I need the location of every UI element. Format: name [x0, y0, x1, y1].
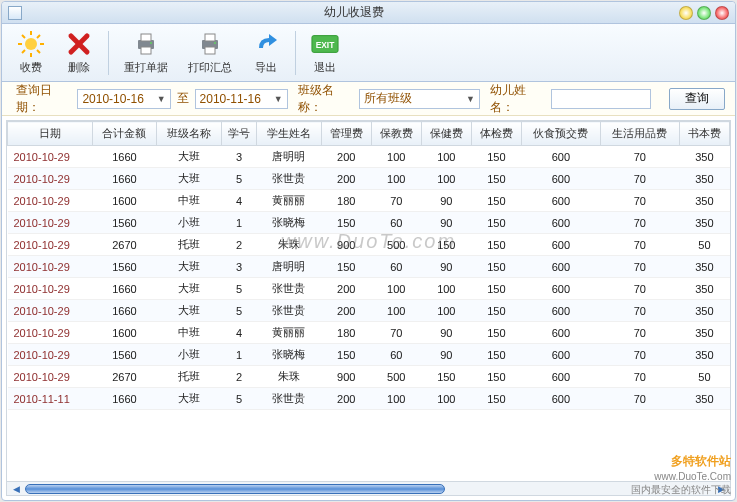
table-row[interactable]: 2010-10-291560小班1张晓梅150609015060070350	[8, 344, 730, 366]
watermark-url: www.DuoTe.Com	[631, 470, 731, 483]
date-to-word: 至	[177, 90, 189, 107]
table-cell: 200	[321, 146, 371, 168]
table-row[interactable]: 2010-10-291660大班5张世贵20010010015060070350	[8, 300, 730, 322]
printsum-button[interactable]: 打印汇总	[179, 27, 241, 78]
column-header[interactable]: 学号	[221, 122, 257, 146]
table-cell: 托班	[157, 234, 222, 256]
fee-button[interactable]: 收费	[8, 27, 54, 78]
table-row[interactable]: 2010-10-291660大班3唐明明20010010015060070350	[8, 146, 730, 168]
table-cell: 70	[600, 190, 679, 212]
table-cell: 100	[371, 300, 421, 322]
query-button[interactable]: 查询	[669, 88, 725, 110]
table-cell: 托班	[157, 366, 222, 388]
export-icon	[252, 30, 280, 58]
x-icon	[65, 30, 93, 58]
column-header[interactable]: 管理费	[321, 122, 371, 146]
export-button[interactable]: 导出	[243, 27, 289, 78]
table-cell: 中班	[157, 322, 222, 344]
column-header[interactable]: 体检费	[471, 122, 521, 146]
reprint-button[interactable]: 重打单据	[115, 27, 177, 78]
table-cell: 90	[421, 344, 471, 366]
table-cell: 大班	[157, 278, 222, 300]
table-cell: 2010-10-29	[8, 212, 93, 234]
sun-icon	[17, 30, 45, 58]
name-input[interactable]	[551, 89, 651, 109]
table-cell: 150	[471, 278, 521, 300]
table-cell: 70	[600, 168, 679, 190]
scroll-left-arrow-icon[interactable]: ◀	[9, 482, 23, 496]
table-cell: 5	[221, 300, 257, 322]
column-header[interactable]: 合计金额	[92, 122, 157, 146]
close-button[interactable]	[715, 6, 729, 20]
printer-sum-icon	[196, 30, 224, 58]
exit-button[interactable]: EXIT 退出	[302, 27, 348, 78]
column-header[interactable]: 生活用品费	[600, 122, 679, 146]
table-row[interactable]: 2010-10-291600中班4黄丽丽180709015060070350	[8, 190, 730, 212]
table-cell: 大班	[157, 168, 222, 190]
table-cell: 2010-10-29	[8, 344, 93, 366]
column-header[interactable]: 保教费	[371, 122, 421, 146]
table-cell: 100	[371, 168, 421, 190]
window-controls	[679, 6, 729, 20]
table-cell: 张世贵	[257, 168, 322, 190]
table-cell: 150	[471, 366, 521, 388]
column-header[interactable]: 伙食预交费	[521, 122, 600, 146]
svg-point-0	[25, 38, 37, 50]
minimize-button[interactable]	[679, 6, 693, 20]
table-cell: 50	[679, 234, 729, 256]
column-header[interactable]: 书本费	[679, 122, 729, 146]
table-cell: 张晓梅	[257, 212, 322, 234]
table-cell: 150	[471, 212, 521, 234]
column-header[interactable]: 班级名称	[157, 122, 222, 146]
table-row[interactable]: 2010-10-292670托班2朱珠9005001501506007050	[8, 366, 730, 388]
table-cell: 180	[321, 322, 371, 344]
column-header[interactable]: 日期	[8, 122, 93, 146]
table-cell: 150	[321, 344, 371, 366]
date-to-combo[interactable]: 2010-11-16 ▼	[195, 89, 288, 109]
table-cell: 2010-10-29	[8, 256, 93, 278]
maximize-button[interactable]	[697, 6, 711, 20]
date-from-combo[interactable]: 2010-10-16 ▼	[77, 89, 170, 109]
table-cell: 70	[600, 300, 679, 322]
table-row[interactable]: 2010-11-111660大班5张世贵20010010015060070350	[8, 388, 730, 410]
table-cell: 1560	[92, 212, 157, 234]
table-cell: 大班	[157, 388, 222, 410]
column-header[interactable]: 保健费	[421, 122, 471, 146]
delete-button[interactable]: 删除	[56, 27, 102, 78]
document-icon	[8, 6, 22, 20]
table-cell: 70	[600, 234, 679, 256]
table-cell: 600	[521, 388, 600, 410]
chevron-down-icon: ▼	[274, 94, 283, 104]
table-cell: 350	[679, 344, 729, 366]
table-scroll-area[interactable]: 日期合计金额班级名称学号学生姓名管理费保教费保健费体检费伙食预交费生活用品费书本…	[7, 121, 730, 481]
scroll-thumb[interactable]	[25, 484, 445, 494]
table-cell: 1660	[92, 146, 157, 168]
table-cell: 70	[600, 366, 679, 388]
column-header[interactable]: 学生姓名	[257, 122, 322, 146]
table-row[interactable]: 2010-10-291660大班5张世贵20010010015060070350	[8, 168, 730, 190]
table-cell: 小班	[157, 212, 222, 234]
delete-label: 删除	[68, 60, 90, 75]
table-cell: 600	[521, 278, 600, 300]
table-cell: 2670	[92, 234, 157, 256]
class-combo[interactable]: 所有班级 ▼	[359, 89, 480, 109]
table-cell: 70	[600, 146, 679, 168]
table-cell: 2010-10-29	[8, 366, 93, 388]
table-row[interactable]: 2010-10-291660大班5张世贵20010010015060070350	[8, 278, 730, 300]
table-cell: 150	[471, 344, 521, 366]
table-cell: 350	[679, 168, 729, 190]
horizontal-scrollbar[interactable]: ◀ ▶	[7, 481, 730, 495]
table-row[interactable]: 2010-10-292670托班2朱珠9005001501506007050	[8, 234, 730, 256]
table-cell: 350	[679, 212, 729, 234]
table-cell: 2010-10-29	[8, 278, 93, 300]
table-cell: 600	[521, 366, 600, 388]
table-row[interactable]: 2010-10-291600中班4黄丽丽180709015060070350	[8, 322, 730, 344]
table-cell: 150	[471, 300, 521, 322]
table-row[interactable]: 2010-10-291560小班1张晓梅150609015060070350	[8, 212, 730, 234]
table-row[interactable]: 2010-10-291560大班3唐明明150609015060070350	[8, 256, 730, 278]
table-cell: 70	[600, 388, 679, 410]
titlebar[interactable]: 幼儿收退费	[2, 2, 735, 24]
table-cell: 5	[221, 278, 257, 300]
watermark-tagline: 国内最安全的软件下载	[631, 483, 731, 496]
table-cell: 150	[321, 212, 371, 234]
